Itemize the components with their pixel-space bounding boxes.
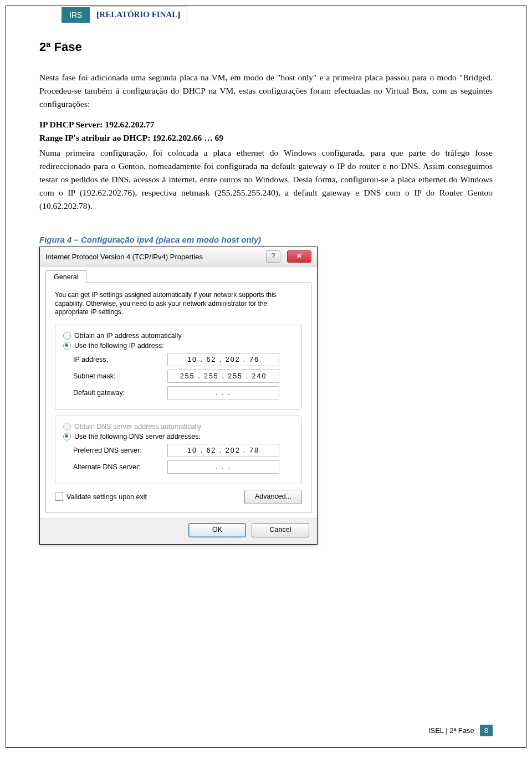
- validate-row: Validate settings upon exit Advanced...: [55, 490, 302, 504]
- tab-general[interactable]: General: [45, 270, 86, 283]
- page-number: 8: [480, 725, 493, 736]
- field-alternate-dns: Alternate DNS server: . . .: [73, 460, 294, 474]
- header-title: [RELATÓRIO FINAL]: [90, 6, 187, 23]
- ip-address-group: Obtain an IP address automatically Use t…: [55, 325, 302, 410]
- doc-header: IRS [RELATÓRIO FINAL]: [62, 6, 493, 23]
- help-button[interactable]: ?: [266, 250, 280, 263]
- dialog-intro: You can get IP settings assigned automat…: [55, 291, 302, 317]
- input-alt-dns[interactable]: . . .: [167, 460, 279, 474]
- radio-use-dns[interactable]: Use the following DNS server addresses:: [63, 433, 294, 440]
- radio-icon: [63, 342, 71, 350]
- dns-group: Obtain DNS server address automatically …: [55, 416, 302, 484]
- label-validate: Validate settings upon exit: [66, 493, 147, 501]
- radio-obtain-ip[interactable]: Obtain an IP address automatically: [63, 332, 294, 340]
- close-button[interactable]: ✕: [287, 250, 311, 263]
- dialog-body: You can get IP settings assigned automat…: [45, 283, 311, 512]
- radio-icon: [63, 423, 71, 430]
- input-pref-dns[interactable]: 10 . 62 . 202 . 78: [167, 444, 279, 457]
- field-preferred-dns: Preferred DNS server: 10 . 62 . 202 . 78: [73, 444, 294, 457]
- label-alt-dns: Alternate DNS server:: [73, 463, 167, 471]
- ip-dhcp-server-line: IP DHCP Server: 192.62.202.77: [39, 120, 493, 130]
- input-gateway[interactable]: . . .: [167, 386, 279, 399]
- range-ip-line: Range IP's atribuir ao DHCP: 192.62.202.…: [39, 133, 493, 143]
- section-heading: 2ª Fase: [39, 40, 493, 54]
- input-mask[interactable]: 255 . 255 . 255 . 240: [167, 370, 279, 383]
- field-default-gateway: Default gateway: . . .: [73, 386, 294, 399]
- ok-button[interactable]: OK: [188, 523, 246, 537]
- radio-icon: [63, 332, 71, 340]
- figure-caption: Figura 4 – Configuração ipv4 (placa em m…: [39, 235, 493, 244]
- label-gateway: Default gateway:: [73, 389, 167, 397]
- header-code: IRS: [62, 7, 90, 23]
- radio-use-ip[interactable]: Use the following IP address:: [63, 342, 294, 350]
- page-footer: ISEL | 2ª Fase 8: [428, 725, 493, 736]
- ipv4-properties-dialog: Internet Protocol Version 4 (TCP/IPv4) P…: [39, 247, 318, 545]
- input-ip[interactable]: 10 . 62 . 202 . 76: [167, 353, 279, 366]
- field-ip-address: IP address: 10 . 62 . 202 . 76: [73, 353, 294, 366]
- cancel-button[interactable]: Cancel: [252, 523, 309, 537]
- advanced-button[interactable]: Advanced...: [244, 490, 302, 504]
- dialog-title: Internet Protocol Version 4 (TCP/IPv4) P…: [45, 253, 203, 261]
- dialog-titlebar: Internet Protocol Version 4 (TCP/IPv4) P…: [40, 247, 317, 266]
- field-subnet-mask: Subnet mask: 255 . 255 . 255 . 240: [73, 370, 294, 383]
- footer-text: ISEL | 2ª Fase: [428, 726, 474, 735]
- paragraph-1: Nesta fase foi adicionada uma segunda pl…: [39, 71, 493, 111]
- paragraph-2: Numa primeira configuração, foi colocada…: [39, 146, 493, 213]
- dialog-tabs: General: [40, 266, 317, 283]
- label-ip: IP address:: [73, 356, 167, 363]
- radio-obtain-dns[interactable]: Obtain DNS server address automatically: [63, 423, 294, 430]
- dialog-footer: OK Cancel: [40, 518, 317, 544]
- label-mask: Subnet mask:: [73, 372, 167, 380]
- checkbox-validate[interactable]: [55, 493, 63, 501]
- label-pref-dns: Preferred DNS server:: [73, 447, 167, 454]
- radio-icon: [63, 433, 71, 440]
